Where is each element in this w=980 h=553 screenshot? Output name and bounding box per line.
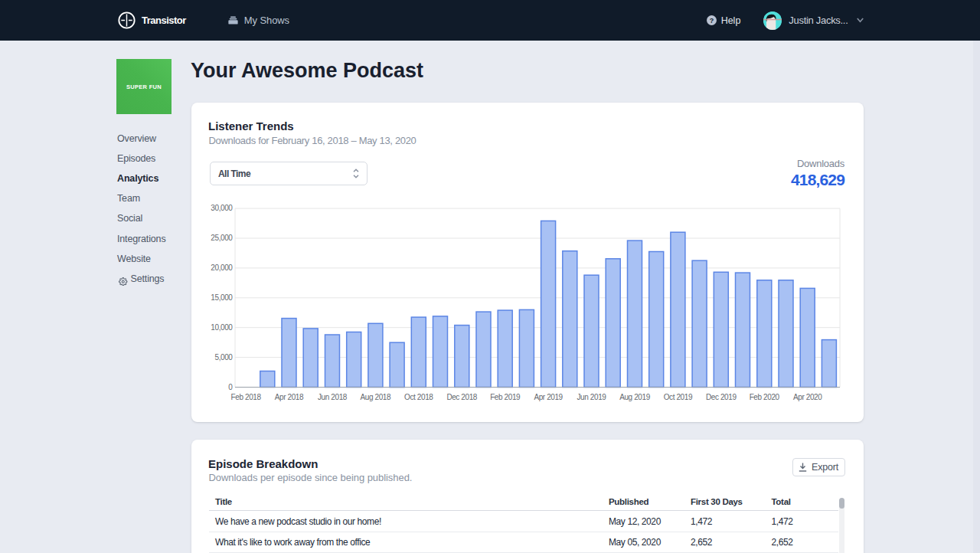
svg-text:0: 0 xyxy=(228,383,233,391)
svg-text:Dec 2018: Dec 2018 xyxy=(446,393,477,401)
svg-text:Feb 2020: Feb 2020 xyxy=(750,393,780,401)
svg-text:30,000: 30,000 xyxy=(211,204,233,212)
svg-text:?: ? xyxy=(709,17,714,25)
svg-text:Dec 2019: Dec 2019 xyxy=(706,393,737,401)
svg-text:Feb 2018: Feb 2018 xyxy=(231,393,262,401)
svg-text:15,000: 15,000 xyxy=(211,293,233,302)
svg-text:Jun 2019: Jun 2019 xyxy=(577,393,607,401)
svg-text:10,000: 10,000 xyxy=(211,323,233,332)
svg-text:Jun 2018: Jun 2018 xyxy=(318,393,348,401)
svg-text:Aug 2019: Aug 2019 xyxy=(619,393,650,401)
svg-text:Apr 2020: Apr 2020 xyxy=(793,393,822,401)
svg-text:20,000: 20,000 xyxy=(211,263,233,272)
svg-text:Oct 2019: Oct 2019 xyxy=(664,393,693,401)
svg-text:25,000: 25,000 xyxy=(211,234,233,242)
svg-text:Oct 2018: Oct 2018 xyxy=(404,393,433,401)
svg-text:Feb 2019: Feb 2019 xyxy=(490,393,521,401)
svg-text:Aug 2018: Aug 2018 xyxy=(361,393,391,401)
svg-text:Apr 2018: Apr 2018 xyxy=(275,393,304,401)
svg-text:5,000: 5,000 xyxy=(214,353,233,362)
svg-text:Apr 2019: Apr 2019 xyxy=(534,393,563,401)
